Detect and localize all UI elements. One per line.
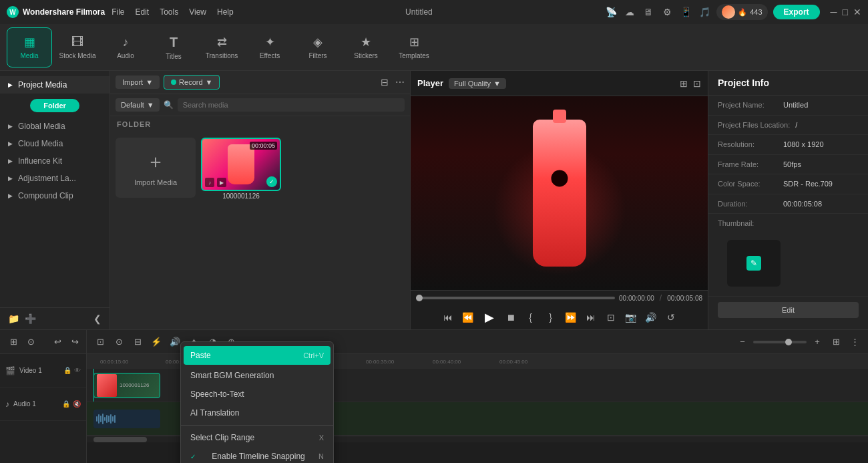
frame-back-button[interactable]: ⏪ — [460, 309, 476, 325]
add-media-icon: ＋ — [146, 149, 165, 174]
motion-track-button[interactable]: ⊙ — [23, 334, 39, 350]
thumbnail-row: Thumbnail: ✎ — [708, 214, 868, 297]
zoom-out-button[interactable]: − — [734, 334, 750, 350]
mark-out-button[interactable]: } — [543, 309, 559, 325]
audio-lock-icon[interactable]: 🔒 — [62, 400, 70, 408]
settings-icon[interactable]: ⚙ — [660, 5, 674, 19]
fullscreen-icon[interactable]: ⊡ — [693, 78, 701, 89]
collapse-panel-icon[interactable]: ❮ — [93, 313, 101, 324]
mark-in-button[interactable]: { — [523, 309, 539, 325]
tl-ripple-button[interactable]: ⊙ — [111, 334, 127, 350]
default-button[interactable]: Default ▼ — [116, 98, 160, 112]
tool-titles[interactable]: T Titles — [151, 27, 196, 67]
quality-selector[interactable]: Full Quality ▼ — [449, 78, 506, 89]
tool-audio[interactable]: ♪ Audio — [103, 27, 148, 67]
export-button[interactable]: Export — [773, 5, 820, 19]
tl-trim-button[interactable]: ⊟ — [130, 334, 146, 350]
skip-forward-button[interactable]: ⏭ — [583, 309, 599, 325]
skip-back-button[interactable]: ⏮ — [440, 309, 456, 325]
more-options-icon[interactable]: ⋯ — [395, 77, 405, 88]
sidebar-item-global-media[interactable]: ▶ Global Media — [0, 118, 110, 135]
import-button[interactable]: Import ▼ — [116, 75, 160, 89]
notifications-icon[interactable]: 📡 — [604, 5, 618, 19]
add-item-icon[interactable]: ➕ — [25, 313, 36, 324]
main-toolbar: ▦ Media 🎞 Stock Media ♪ Audio T Titles ⇄… — [0, 24, 868, 71]
import-media-tile[interactable]: ＋ Import Media — [116, 138, 196, 198]
frame-forward-button[interactable]: ⏩ — [563, 309, 579, 325]
total-time: 00:00:05:08 — [667, 295, 702, 302]
play-button[interactable]: ▶ — [480, 308, 499, 327]
tl-snap-button[interactable]: ⊡ — [92, 334, 108, 350]
tool-stickers[interactable]: ★ Stickers — [343, 27, 389, 67]
audio-clip[interactable] — [93, 410, 160, 428]
ctx-enable-snapping[interactable]: ✓ Enable Timeline Snapping N — [181, 447, 333, 463]
audio-mute-icon[interactable]: 🔇 — [73, 400, 81, 408]
media-thumbnail[interactable]: 00:00:05 ♪ ▶ ✓ 1000001126 — [201, 138, 281, 324]
close-button[interactable]: ✕ — [853, 7, 861, 17]
tl-speed-button[interactable]: ⚡ — [148, 334, 164, 350]
tl-options-button[interactable]: ⋮ — [847, 334, 863, 350]
add-folder-icon[interactable]: 📁 — [8, 313, 19, 324]
rotate-button[interactable]: ↺ — [663, 309, 679, 325]
search-input[interactable] — [178, 98, 405, 112]
snap-button[interactable]: ⊡ — [603, 309, 619, 325]
sidebar-item-project-media[interactable]: ▶ Project Media — [0, 76, 110, 94]
record-button[interactable]: Record ▼ — [164, 75, 220, 90]
left-panel: ▶ Project Media Folder ▶ Global Media ▶ … — [0, 71, 110, 329]
sidebar-item-influence-kit[interactable]: ▶ Influence Kit — [0, 152, 110, 170]
default-label: Default — [121, 101, 144, 109]
edit-info-button[interactable]: Edit — [718, 302, 859, 318]
grid-view-icon[interactable]: ⊞ — [680, 78, 688, 89]
ctx-paste[interactable]: Paste Ctrl+V — [184, 346, 331, 365]
thumbnail-edit-icon[interactable]: ✎ — [746, 256, 761, 271]
tool-filters[interactable]: ◈ Filters — [295, 27, 341, 67]
sidebar-item-adjustment[interactable]: ▶ Adjustment La... — [0, 170, 110, 187]
menu-tools[interactable]: Tools — [160, 7, 178, 17]
undo-button[interactable]: ↩ — [49, 334, 65, 350]
folder-button[interactable]: Folder — [30, 99, 79, 112]
video-eye-icon[interactable]: 👁 — [74, 367, 81, 374]
tool-transitions[interactable]: ⇄ Transitions — [199, 27, 244, 67]
left-nav: ▶ Project Media Folder ▶ Global Media ▶ … — [0, 71, 110, 210]
cloud-icon[interactable]: ☁ — [623, 5, 636, 19]
ctx-speech-to-text[interactable]: Speech-to-Text — [181, 385, 333, 404]
sidebar-item-cloud-media[interactable]: ▶ Cloud Media — [0, 135, 110, 152]
ctx-select-clip-range[interactable]: Select Clip Range X — [181, 428, 333, 447]
monitor-icon[interactable]: 🖥 — [642, 5, 655, 19]
filter-icon[interactable]: ⊟ — [381, 77, 389, 88]
player-video[interactable] — [411, 96, 708, 290]
menu-edit[interactable]: Edit — [135, 7, 149, 17]
group-button[interactable]: ⊞ — [5, 334, 21, 350]
music-icon[interactable]: 🎵 — [698, 5, 711, 19]
menu-file[interactable]: File — [112, 7, 124, 17]
tool-stock-media[interactable]: 🎞 Stock Media — [55, 27, 100, 67]
minimize-button[interactable]: ─ — [831, 7, 837, 17]
video-clip[interactable]: 1000001126 — [93, 373, 160, 398]
sidebar-item-compound-clip[interactable]: ▶ Compound Clip — [0, 187, 110, 204]
snapshot-button[interactable]: 📷 — [623, 309, 639, 325]
project-name-row: Project Name: Untitled — [708, 96, 868, 116]
scrollbar-thumb[interactable] — [93, 437, 147, 442]
tool-media[interactable]: ▦ Media — [7, 27, 52, 67]
menu-help[interactable]: Help — [217, 7, 234, 17]
tool-effects-label: Effects — [260, 52, 280, 59]
ctx-ai-translation[interactable]: AI Translation — [181, 404, 333, 422]
ctx-smart-bgm[interactable]: Smart BGM Generation — [181, 366, 333, 385]
arrow-icon: ▶ — [8, 158, 13, 164]
video-lock-icon[interactable]: 🔒 — [63, 367, 71, 374]
tool-templates[interactable]: ⊞ Templates — [391, 27, 437, 67]
menu-view[interactable]: View — [189, 7, 206, 17]
maximize-button[interactable]: □ — [843, 7, 848, 17]
redo-button[interactable]: ↪ — [67, 334, 83, 350]
zoom-slider[interactable] — [753, 341, 807, 343]
devices-icon[interactable]: 📱 — [679, 5, 692, 19]
timeline-left: ⊞ ⊙ ↩ ↪ 🗑 ✂ 🎬 Video 1 🔒 👁 — [0, 330, 87, 463]
tool-effects[interactable]: ✦ Effects — [247, 27, 292, 67]
volume-button[interactable]: 🔊 — [643, 309, 659, 325]
stop-button[interactable]: ⏹ — [503, 309, 519, 325]
zoom-in-button[interactable]: + — [809, 334, 825, 350]
player-progress-bar[interactable] — [416, 297, 615, 299]
user-badge[interactable]: 🔥 443 — [716, 4, 767, 20]
tl-grid-button[interactable]: ⊞ — [828, 334, 844, 350]
playhead — [93, 369, 94, 402]
